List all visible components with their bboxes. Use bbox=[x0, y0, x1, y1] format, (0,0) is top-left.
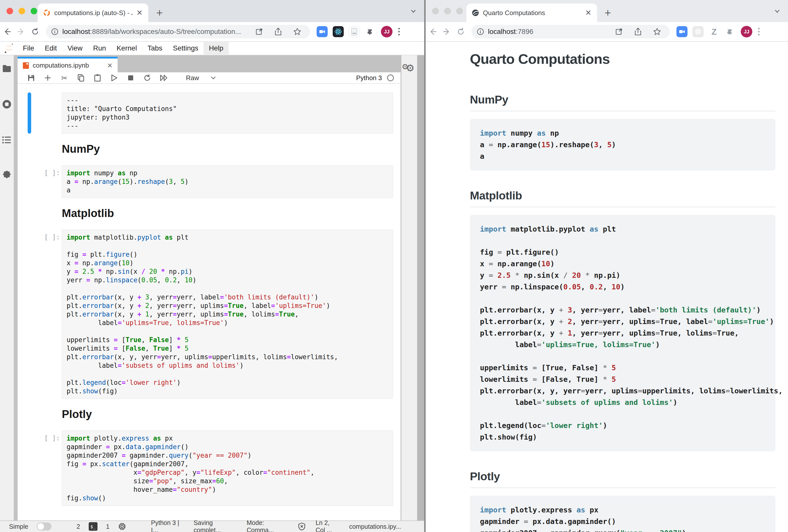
file-browser-icon[interactable] bbox=[2, 65, 11, 72]
puzzle-extensions-icon[interactable] bbox=[725, 26, 736, 37]
zoom-window-button[interactable] bbox=[456, 8, 463, 14]
interrupt-kernel-icon[interactable] bbox=[126, 75, 135, 81]
forward-icon[interactable] bbox=[14, 27, 28, 36]
notebook-tab-close-icon[interactable]: ✕ bbox=[107, 62, 113, 69]
tab-close-icon[interactable]: ✕ bbox=[585, 9, 591, 17]
kernels-count[interactable]: 1 bbox=[106, 523, 110, 530]
puzzle-extensions-icon[interactable] bbox=[365, 26, 376, 37]
new-tab-button[interactable]: + bbox=[605, 6, 611, 19]
jupyter-dock: computations.ipynb ✕ ✂ bbox=[0, 55, 424, 520]
section-heading-numpy[interactable]: NumPy bbox=[62, 143, 100, 155]
address-bar[interactable]: localhost:7896 bbox=[471, 25, 670, 38]
property-inspector-gears-icon[interactable]: ⚙⚙ bbox=[402, 61, 417, 520]
running-kernels-icon[interactable] bbox=[2, 100, 12, 109]
matplotlib-code-cell[interactable]: import matplotlib.pyplot as plt fig = pl… bbox=[62, 230, 393, 399]
menu-settings[interactable]: Settings bbox=[168, 41, 203, 55]
z-extension-icon[interactable]: Z bbox=[709, 26, 720, 37]
back-icon[interactable] bbox=[0, 27, 14, 36]
tab-search-chevron-icon[interactable] bbox=[410, 7, 417, 15]
forward-icon[interactable] bbox=[440, 27, 454, 36]
extensions-row: JJ bbox=[317, 26, 400, 37]
menu-kernel[interactable]: Kernel bbox=[111, 41, 142, 55]
cell-type-dropdown[interactable]: Raw bbox=[186, 74, 216, 82]
react-devtools-icon[interactable] bbox=[692, 26, 704, 37]
menu-view[interactable]: View bbox=[62, 41, 88, 55]
section-heading-matplotlib[interactable]: Matplotlib bbox=[62, 207, 114, 220]
open-in-new-icon[interactable] bbox=[251, 28, 267, 36]
plotly-code-cell[interactable]: import plotly.express as pxgapminder = p… bbox=[62, 431, 393, 506]
kernel-chip-icon[interactable] bbox=[118, 523, 126, 531]
selected-cell-bar[interactable] bbox=[28, 93, 31, 134]
bookmark-star-icon[interactable] bbox=[649, 27, 665, 36]
url-text[interactable]: localhost:8889/lab/workspaces/auto-S/tre… bbox=[62, 28, 248, 36]
mode-indicator[interactable]: Mode: Comma... bbox=[247, 519, 290, 532]
kernel-status-text[interactable]: Python 3 | I... bbox=[151, 519, 185, 532]
notebook-panel: computations.ipynb ✕ ✂ bbox=[18, 55, 400, 520]
terminal-icon[interactable]: $_ bbox=[89, 522, 98, 531]
address-bar[interactable]: localhost:8889/lab/workspaces/auto-S/tre… bbox=[46, 25, 310, 38]
raw-cell[interactable]: ---title: "Quarto Computations"jupyter: … bbox=[62, 93, 393, 134]
right-url-bar: localhost:7896 Z JJ bbox=[426, 22, 788, 41]
simple-mode-toggle[interactable] bbox=[37, 523, 52, 531]
menu-edit[interactable]: Edit bbox=[39, 41, 62, 55]
react-devtools-icon[interactable] bbox=[333, 26, 344, 37]
zoom-window-button[interactable] bbox=[31, 8, 37, 14]
zoom-extension-icon[interactable] bbox=[317, 26, 328, 37]
line-col-indicator[interactable]: Ln 2, Col ... bbox=[316, 519, 339, 532]
run-cell-icon[interactable] bbox=[110, 74, 119, 81]
quarto-matplotlib-code-block: import matplotlib.pyplot as plt fig = pl… bbox=[470, 215, 775, 451]
profile-avatar[interactable]: JJ bbox=[741, 26, 752, 37]
site-info-icon[interactable] bbox=[476, 28, 485, 36]
browser-menu-icon[interactable] bbox=[757, 27, 760, 36]
cell-prompt: [ ]: bbox=[44, 230, 62, 399]
table-of-contents-icon[interactable] bbox=[2, 136, 11, 144]
trust-shield-icon[interactable] bbox=[298, 523, 306, 531]
reload-icon[interactable] bbox=[454, 27, 468, 36]
tab-search-chevron-icon[interactable] bbox=[773, 7, 781, 15]
new-tab-button[interactable]: + bbox=[156, 6, 163, 19]
notebook-tab-bar: computations.ipynb ✕ bbox=[18, 55, 400, 72]
site-info-icon[interactable] bbox=[51, 28, 59, 36]
quarto-page[interactable]: Quarto Computations NumPy import numpy a… bbox=[426, 42, 788, 532]
menu-run[interactable]: Run bbox=[88, 41, 111, 55]
extension-manager-icon[interactable] bbox=[2, 171, 11, 179]
browser-tab-quarto[interactable]: Quarto Computations ✕ bbox=[466, 3, 597, 22]
notes-extension-icon[interactable] bbox=[349, 26, 360, 37]
close-window-button[interactable] bbox=[432, 8, 439, 14]
section-heading-plotly[interactable]: Plotly bbox=[62, 408, 92, 421]
paste-cells-icon[interactable] bbox=[93, 74, 102, 82]
menu-tabs[interactable]: Tabs bbox=[142, 41, 168, 55]
minimize-window-button[interactable] bbox=[444, 8, 451, 14]
kernel-indicator[interactable]: Python 3 bbox=[356, 74, 394, 82]
share-icon[interactable] bbox=[270, 28, 286, 36]
terminals-count[interactable]: 2 bbox=[77, 523, 80, 530]
jupyter-left-sidebar bbox=[0, 55, 14, 520]
open-in-new-icon[interactable] bbox=[611, 28, 627, 36]
bookmark-star-icon[interactable] bbox=[290, 27, 305, 36]
menu-help[interactable]: Help bbox=[203, 41, 229, 55]
notebook-tab[interactable]: computations.ipynb ✕ bbox=[18, 57, 118, 72]
copy-cells-icon[interactable] bbox=[76, 74, 85, 82]
notebook-content[interactable]: ---title: "Quarto Computations"jupyter: … bbox=[18, 84, 400, 520]
close-window-button[interactable] bbox=[6, 8, 13, 14]
back-icon[interactable] bbox=[426, 27, 440, 36]
restart-run-all-icon[interactable] bbox=[159, 75, 169, 81]
add-cell-icon[interactable] bbox=[43, 74, 52, 81]
profile-avatar[interactable]: JJ bbox=[381, 26, 393, 37]
menu-file[interactable]: File bbox=[18, 41, 39, 55]
restart-kernel-icon[interactable] bbox=[143, 74, 152, 82]
reload-icon[interactable] bbox=[28, 27, 42, 36]
numpy-code-cell[interactable]: import numpy as npa = np.arange(15).resh… bbox=[62, 165, 393, 198]
property-inspector-strip: ⚙⚙ bbox=[401, 55, 417, 520]
browser-menu-icon[interactable] bbox=[397, 27, 400, 36]
window-controls-inactive[interactable] bbox=[432, 8, 463, 14]
minimize-window-button[interactable] bbox=[19, 8, 25, 14]
zoom-extension-icon[interactable] bbox=[676, 26, 688, 37]
tab-close-icon[interactable]: ✕ bbox=[136, 9, 143, 17]
window-controls[interactable] bbox=[6, 8, 37, 14]
browser-tab-jupyter[interactable]: computations.ip (auto-S) - Jup ✕ bbox=[38, 3, 148, 22]
cut-cells-icon[interactable]: ✂ bbox=[60, 74, 69, 82]
url-text[interactable]: localhost:7896 bbox=[488, 28, 608, 36]
share-icon[interactable] bbox=[630, 28, 646, 36]
save-icon[interactable] bbox=[27, 74, 36, 82]
